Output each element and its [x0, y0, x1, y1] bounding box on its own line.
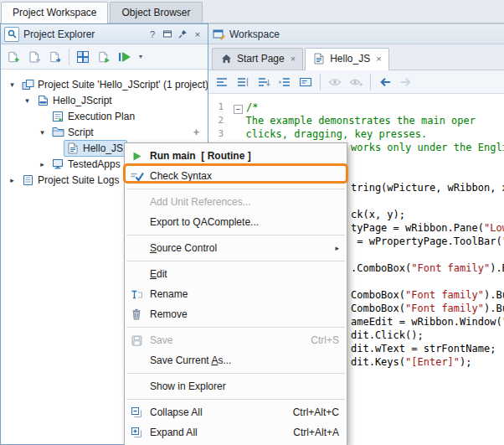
menu-item-export-to-qacomplete[interactable]: Export to QAComplete... — [125, 212, 347, 232]
blank-icon — [128, 267, 145, 281]
run-icon — [128, 149, 145, 163]
tab-label: Hello_JS — [330, 53, 370, 65]
menu-separator — [126, 261, 345, 261]
menu-item-save-current-as[interactable]: Save Current As... — [125, 350, 347, 370]
open-item-button[interactable] — [45, 47, 65, 67]
code-segment: dit.wText = strFontName; — [351, 343, 496, 354]
context-menu: Run main [ Routine ]Check SyntaxAdd Unit… — [124, 142, 347, 445]
code-line: clicks, dragging, key presses. — [234, 127, 427, 141]
tree-item-script[interactable]: ▾Script+ — [1, 124, 208, 140]
code-line: The example demonstrates the main oper — [234, 114, 476, 127]
project-suite-icon — [21, 78, 34, 91]
panel-title: Workspace — [229, 28, 280, 40]
navigate-back-icon — [378, 75, 392, 89]
menu-separator — [126, 235, 345, 235]
collapsed-arrow-icon[interactable]: ▸ — [6, 176, 18, 184]
unit-icon — [312, 52, 326, 65]
tab-project-workspace[interactable]: Project Workspace — [1, 2, 108, 23]
tree-item-label: Hello_JScript — [53, 95, 112, 106]
blank-icon — [128, 241, 145, 255]
execution-plan-icon — [51, 110, 64, 123]
close-icon[interactable]: × — [376, 54, 381, 64]
menu-item-add-unit-references: Add Unit References... — [125, 192, 347, 212]
close-icon[interactable]: × — [291, 54, 296, 64]
fold-collapse-icon[interactable]: − — [234, 105, 243, 114]
run-project-button[interactable] — [115, 47, 135, 67]
expanded-arrow-icon[interactable]: ▾ — [21, 96, 33, 105]
menu-item-rename[interactable]: Rename — [125, 284, 347, 304]
menu-item-check-syntax[interactable]: Check Syntax — [125, 166, 347, 186]
menu-item-show-in-explorer[interactable]: Show in Explorer — [125, 376, 347, 396]
tree-item-content: Script — [49, 124, 98, 141]
help-icon[interactable]: ? — [146, 28, 159, 41]
tab-object-browser[interactable]: Object Browser — [110, 2, 202, 23]
menu-item-remove[interactable]: Remove — [125, 304, 347, 324]
code-segment: tyPage = wRibbon.Pane( — [351, 222, 484, 234]
code-templates-button[interactable] — [296, 73, 315, 91]
menu-shortcut: Ctrl+Alt+C — [293, 406, 339, 418]
project-icon — [36, 94, 49, 107]
blank-icon — [128, 380, 145, 393]
expanded-arrow-icon[interactable]: ▾ — [36, 128, 49, 137]
tested-apps-icon — [51, 158, 64, 171]
indent-button[interactable] — [275, 73, 294, 91]
code-line: dit.Click(); — [351, 329, 424, 342]
new-document-button[interactable] — [24, 47, 44, 67]
tree-item-project-suite-hello-jscript-1-project[interactable]: ▾Project Suite 'Hello_JScript' (1 projec… — [1, 76, 208, 92]
menu-shortcut: Ctrl+Alt+A — [293, 427, 339, 438]
menu-item-expand-all[interactable]: Expand AllCtrl+Alt+A — [125, 422, 347, 442]
run-test-button[interactable] — [94, 47, 114, 67]
run-options-caret[interactable]: ▾ — [136, 47, 146, 67]
pin-icon[interactable] — [176, 28, 189, 41]
add-child-item-button[interactable]: + — [193, 127, 199, 138]
remove-icon — [128, 308, 145, 321]
menu-item-run-main-routine[interactable]: Run main [ Routine ] — [125, 146, 347, 166]
menu-separator — [126, 373, 345, 374]
tree-item-label: Hello_JS — [83, 142, 123, 154]
tab-hello-js[interactable]: Hello_JS × — [305, 48, 388, 70]
rename-icon — [128, 287, 145, 301]
navigate-forward-icon — [399, 75, 413, 89]
line-number: 3 — [208, 127, 224, 141]
menu-item-source-control[interactable]: Source Control▸ — [125, 238, 347, 258]
code-segment: ComboBox( — [351, 289, 405, 301]
blank-icon — [128, 215, 145, 229]
tree-item-execution-plan[interactable]: Execution Plan — [1, 108, 208, 124]
organize-items-button[interactable] — [73, 47, 93, 67]
tree-item-hello-jscript[interactable]: ▾Hello_JScript — [1, 92, 208, 108]
tree-item-label: Execution Plan — [68, 111, 135, 122]
menu-item-collapse-all[interactable]: Collapse AllCtrl+Alt+C — [125, 402, 347, 422]
navigate-forward-button — [397, 73, 415, 91]
menu-separator — [126, 189, 345, 189]
check-syntax-icon — [128, 169, 145, 183]
search-icon[interactable] — [4, 27, 19, 42]
expanded-arrow-icon[interactable]: ▾ — [6, 80, 18, 89]
collapsed-arrow-icon[interactable]: ▸ — [36, 160, 49, 168]
sort-members-button[interactable] — [255, 73, 273, 91]
quick-watch-icon — [349, 75, 363, 89]
code-segment: ).But — [484, 303, 504, 314]
format-code-icon — [215, 75, 229, 89]
blank-icon — [128, 195, 145, 209]
workspace-tab-bar: Project Workspace Object Browser — [0, 0, 504, 23]
code-line: ComboBox("Font family").But — [351, 288, 504, 302]
code-line: ck(x, y); — [351, 208, 405, 221]
home-icon — [219, 52, 233, 65]
add-new-item-button[interactable] — [3, 47, 23, 67]
tree-item-content: TestedApps — [49, 156, 125, 173]
format-code-button[interactable] — [213, 73, 231, 91]
bookmark-list-button[interactable] — [234, 73, 252, 91]
float-window-icon[interactable] — [161, 28, 174, 41]
bookmark-list-icon — [236, 75, 249, 89]
tab-label: Start Page — [237, 53, 285, 65]
add-new-item-icon — [7, 50, 20, 64]
close-icon[interactable]: × — [191, 28, 204, 41]
code-line: tring(wPicture, wRibbon, x — [351, 181, 504, 194]
tab-start-page[interactable]: Start Page × — [212, 48, 303, 70]
code-segment: = wPropertyPage.ToolBar( — [351, 235, 502, 247]
menu-item-edit[interactable]: Edit — [125, 264, 347, 284]
run-test-icon — [97, 50, 111, 64]
document-tab-bar: Start Page × Hello_JS × — [208, 44, 504, 70]
code-segment: ameEdit = wRibbon.Window( — [351, 316, 502, 328]
navigate-back-button[interactable] — [376, 73, 394, 91]
